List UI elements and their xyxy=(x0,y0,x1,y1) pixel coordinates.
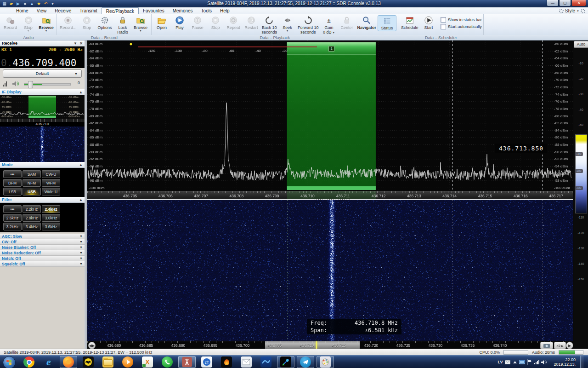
taskbar-app-file-explorer[interactable] xyxy=(99,356,117,368)
taskbar-app-chrome[interactable] xyxy=(20,356,38,368)
collapse-icon[interactable]: ▲ xyxy=(79,90,83,94)
maximize-button[interactable]: ▢ xyxy=(559,0,571,6)
tuned-frequency[interactable]: 0.436.709.400 xyxy=(1,58,84,69)
filter-2.2khz[interactable]: 2.2kHz xyxy=(23,205,41,213)
taskbar-app-sdr-console[interactable] xyxy=(178,356,196,368)
filter-3.2khz[interactable]: 3.2kHz xyxy=(3,223,22,230)
restart-button[interactable]: Restart xyxy=(243,15,260,30)
chevron-down-icon[interactable]: ▼ xyxy=(79,262,83,265)
mode-bfm[interactable]: BFM xyxy=(3,179,22,187)
tab-memories[interactable]: Memories xyxy=(169,7,197,14)
mode-nfm[interactable]: NFM xyxy=(23,179,41,187)
tab-favourites[interactable]: Favourites xyxy=(139,7,169,14)
mail-tray-icon[interactable] xyxy=(504,359,510,365)
status-button[interactable]: Status xyxy=(378,15,396,31)
collapse-icon[interactable]: ▲ xyxy=(79,163,83,167)
zoom-factor-button[interactable]: x5 ▶ xyxy=(554,342,566,349)
mode-wfm[interactable]: WFM xyxy=(42,179,60,187)
option-agc[interactable]: AGC: Slow▼ xyxy=(0,234,85,239)
collapse-icon[interactable]: ▲ xyxy=(79,198,83,202)
taskbar-app-firefox[interactable] xyxy=(60,356,77,368)
style-selector[interactable]: Style ▼ xyxy=(559,7,585,14)
filter-3.4khz[interactable]: 3.4kHz xyxy=(23,223,41,230)
checkbox-box[interactable] xyxy=(441,24,446,29)
filter-[interactable]: ••• xyxy=(3,205,22,213)
taskbar-app-teamviewer[interactable]: ⇄ xyxy=(198,356,215,368)
options-button[interactable]: Options xyxy=(96,15,114,30)
if-waterfall-display[interactable] xyxy=(0,126,85,162)
mode-cwu[interactable]: CW-U xyxy=(42,170,60,178)
tab-tools[interactable]: Tools xyxy=(197,7,216,14)
chevron-down-icon[interactable]: ▼ xyxy=(79,235,83,238)
tab-view[interactable]: View xyxy=(33,7,51,14)
option-notch[interactable]: Notch: Off▼ xyxy=(0,256,85,261)
taskbar-app-internet-explorer[interactable]: e xyxy=(40,356,57,368)
center-button[interactable]: Center xyxy=(338,15,356,30)
selection-marker-badge[interactable]: 1 xyxy=(328,46,334,52)
taskbar-app-wave-app[interactable] xyxy=(257,356,275,368)
start-button[interactable] xyxy=(3,356,16,368)
network-tray-icon[interactable] xyxy=(534,359,540,365)
mode-header[interactable]: Mode ▲ xyxy=(0,162,85,168)
spectrum-frequency-axis[interactable]: 436.705436.706436.707436.708436.709436.7… xyxy=(87,191,573,199)
scroll-left-button[interactable]: ◀▶ xyxy=(88,342,96,349)
profile-dropdown[interactable]: Default ▼ xyxy=(3,69,82,78)
chevron-down-icon[interactable]: ▼ xyxy=(79,257,83,260)
taskbar-app-whatsapp[interactable] xyxy=(158,356,176,368)
browse-button[interactable]: Browse▼ xyxy=(37,15,55,33)
seek-button[interactable]: Seek▼ xyxy=(278,15,296,33)
stop-button[interactable]: Stop xyxy=(207,15,225,30)
auto-range-button[interactable]: Auto xyxy=(574,41,588,48)
option-noise-blanker[interactable]: Noise Blanker: Off▼ xyxy=(0,245,85,250)
receive-panel-header[interactable]: Receive ▼ ✕ xyxy=(0,40,85,46)
gain-button[interactable]: ±Gain0 dB ▼ xyxy=(320,15,338,35)
browse-button[interactable]: Browse▼ xyxy=(132,15,150,33)
record--button[interactable]: Record... xyxy=(58,15,78,30)
taskbar-app-telegram[interactable] xyxy=(297,356,314,368)
tab-home[interactable]: Home xyxy=(12,7,33,14)
filter-3.6khz[interactable]: 3.6kHz xyxy=(42,223,60,230)
record-button[interactable]: Record xyxy=(1,15,19,30)
chevron-down-icon[interactable]: ▼ xyxy=(79,240,83,243)
tab-transmit[interactable]: Transmit xyxy=(75,7,102,14)
taskbar-clock[interactable]: 22:00 2019.12.13. xyxy=(554,357,576,367)
filter-3.0khz[interactable]: 3.0kHz xyxy=(42,214,60,222)
tab-rec-playback[interactable]: Rec/Playback xyxy=(102,7,139,15)
scroll-right-button[interactable]: ▶ xyxy=(566,342,573,349)
checkbox-show-in-status-bar[interactable]: Show in status bar xyxy=(441,17,482,23)
option-noise-reduction[interactable]: Noise Reduction: Off▼ xyxy=(0,250,85,256)
open-button[interactable]: Open xyxy=(153,15,171,30)
lock-button[interactable]: LockRadio xyxy=(114,15,132,35)
volume-tray-icon[interactable] xyxy=(541,359,547,365)
taskbar-app-flame-app[interactable] xyxy=(218,356,235,368)
repeat-button[interactable]: Repeat xyxy=(225,15,243,30)
checkbox-start-automatically[interactable]: Start automatically xyxy=(441,24,482,29)
play-button[interactable]: Play xyxy=(171,15,189,30)
mode-wideu[interactable]: Wide-U xyxy=(42,188,60,196)
chevron-down-icon[interactable]: ▼ xyxy=(79,251,83,254)
language-indicator[interactable]: LV xyxy=(498,360,503,364)
taskbar-app-satellite-tracker[interactable] xyxy=(277,356,294,368)
checkbox-box[interactable] xyxy=(441,17,446,23)
caret-up-icon[interactable] xyxy=(512,359,518,365)
option-squelch[interactable]: Squelch: Off▼ xyxy=(0,261,85,267)
taskbar-app-x-document[interactable]: X xyxy=(139,356,156,368)
start-button[interactable]: Start xyxy=(420,15,438,30)
minimize-button[interactable]: — xyxy=(547,0,559,6)
taskbar-app-bat-email[interactable] xyxy=(79,356,97,368)
frequency-scrollbar[interactable]: 436.680436.685436.690436.695436.700436.7… xyxy=(87,341,573,349)
schedule-button[interactable]: Schedule xyxy=(400,15,420,30)
panel-close-icon[interactable]: ✕ xyxy=(79,41,83,46)
filter-2.4khz[interactable]: 2.4kHz xyxy=(42,205,60,213)
filter-2.6khz[interactable]: 2.6kHz xyxy=(3,214,22,222)
taskbar-app-mail-app[interactable] xyxy=(237,356,255,368)
tab-help[interactable]: Help xyxy=(216,7,234,14)
navigator-button[interactable]: Navigator xyxy=(356,15,378,30)
option-cw[interactable]: CW: Off▼ xyxy=(0,239,85,245)
palette-range-slider[interactable] xyxy=(575,134,587,213)
mode-sam[interactable]: SAM xyxy=(23,170,41,178)
flag-tray-icon[interactable] xyxy=(526,359,532,365)
taskbar-app-paint[interactable] xyxy=(317,356,334,368)
taskbar-app-media-player[interactable] xyxy=(119,356,136,368)
mode-usb[interactable]: USB xyxy=(23,188,41,196)
